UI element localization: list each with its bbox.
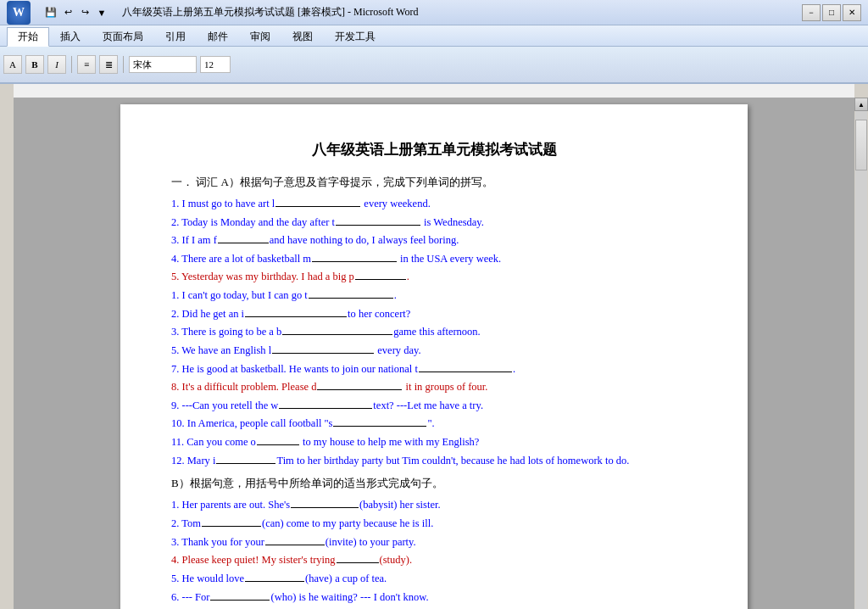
title-bar-left: W 💾 ↩ ↪ ▼ 八年级英语上册第五单元模拟考试试题 [兼容模式] - Mic… <box>7 1 418 25</box>
undo-icon[interactable]: ↩ <box>61 6 75 20</box>
blank <box>257 444 299 445</box>
tab-references[interactable]: 引用 <box>154 27 197 46</box>
item-2-9: 9. ---Can you retell the wtext? ---Let m… <box>171 397 697 415</box>
blank <box>202 526 261 527</box>
toolbar-sep-1 <box>71 56 72 73</box>
scroll-track[interactable] <box>855 111 867 609</box>
office-logo: W <box>7 1 31 25</box>
blank <box>245 316 347 317</box>
blank <box>275 206 360 207</box>
toolbar-btn-5[interactable]: ≣ <box>99 55 118 74</box>
toolbar-sep-2 <box>123 56 124 73</box>
toolbar-btn-4[interactable]: ≡ <box>77 55 96 74</box>
section2-header: B）根据句意，用括号中所给单词的适当形式完成句子。 <box>171 474 697 493</box>
blank <box>279 408 372 409</box>
blank <box>419 372 512 372</box>
item-1-5: 5. Yesterday was my birthday. I had a bi… <box>171 268 697 286</box>
blank <box>312 261 397 262</box>
blank <box>337 562 379 563</box>
h-ruler-inner <box>14 84 854 98</box>
vertical-ruler <box>0 84 14 609</box>
blank <box>291 507 359 508</box>
tab-developer[interactable]: 开发工具 <box>324 27 387 46</box>
document-page: 八年级英语上册第五单元模拟考试试题 一． 词汇 A）根据句子意思及首字母提示，完… <box>120 104 748 609</box>
qa-dropdown-icon[interactable]: ▼ <box>95 6 108 20</box>
blank <box>317 389 402 390</box>
item-b-5: 5. He would love(have) a cup of tea. <box>171 570 697 588</box>
toolbar-btn-1[interactable]: A <box>3 55 22 74</box>
item-b-2: 2. Tom(can) come to my party because he … <box>171 515 697 533</box>
scroll-thumb[interactable] <box>855 120 867 170</box>
blank <box>282 334 392 335</box>
item-2-7: 7. He is good at basketball. He wants to… <box>171 360 697 378</box>
tab-mailings[interactable]: 邮件 <box>197 27 239 46</box>
tab-review[interactable]: 审阅 <box>239 27 281 46</box>
item-2-12: 12. Mary iTim to her birthday party but … <box>171 452 697 470</box>
font-size-box[interactable]: 12 <box>200 56 231 73</box>
ribbon-tab-bar: 开始 插入 页面布局 引用 邮件 审阅 视图 开发工具 <box>0 25 868 46</box>
item-b-3: 3. Thank you for your(invite) to your pa… <box>171 534 697 551</box>
section1-header: 一． 词汇 A）根据句子意思及首字母提示，完成下列单词的拼写。 <box>171 173 697 192</box>
item-2-5: 5. We have an English l every day. <box>171 342 697 360</box>
blank <box>309 298 393 299</box>
content-wrapper: 八年级英语上册第五单元模拟考试试题 一． 词汇 A）根据句子意思及首字母提示，完… <box>0 84 868 609</box>
redo-icon[interactable]: ↪ <box>78 6 92 20</box>
blank <box>218 243 269 243</box>
item-b-1: 1. Her parents are out. She's(babysit) h… <box>171 496 697 514</box>
minimize-button[interactable]: － <box>802 4 821 21</box>
toolbar-btn-2[interactable]: B <box>25 55 44 74</box>
doc-scroll[interactable]: 八年级英语上册第五单元模拟考试试题 一． 词汇 A）根据句子意思及首字母提示，完… <box>14 98 854 609</box>
quick-access-toolbar: 💾 ↩ ↪ ▼ <box>37 3 115 22</box>
scroll-up-button[interactable]: ▲ <box>854 98 868 111</box>
vertical-scrollbar: ▲ ▼ <box>854 98 868 609</box>
blank <box>245 581 304 582</box>
toolbar-btn-3[interactable]: I <box>47 55 66 74</box>
blank <box>210 600 270 601</box>
item-2-1: 1. I can't go today, but I can go t. <box>171 287 697 304</box>
maximize-button[interactable]: □ <box>822 4 841 21</box>
ruler-corner <box>854 84 868 98</box>
tab-page-layout[interactable]: 页面布局 <box>92 27 154 46</box>
title-bar: W 💾 ↩ ↪ ▼ 八年级英语上册第五单元模拟考试试题 [兼容模式] - Mic… <box>0 0 868 25</box>
tab-view[interactable]: 视图 <box>281 27 324 46</box>
item-2-10: 10. In America, people call football "s"… <box>171 415 697 433</box>
doc-scroll-area: 八年级英语上册第五单元模拟考试试题 一． 词汇 A）根据句子意思及首字母提示，完… <box>14 98 868 609</box>
doc-title: 八年级英语上册第五单元模拟考试试题 <box>171 138 697 163</box>
tab-start[interactable]: 开始 <box>7 27 49 47</box>
ribbon: 开始 插入 页面布局 引用 邮件 审阅 视图 开发工具 <box>0 25 868 47</box>
blank <box>272 353 374 354</box>
document-area: 八年级英语上册第五单元模拟考试试题 一． 词汇 A）根据句子意思及首字母提示，完… <box>14 84 868 609</box>
item-2-11: 11. Can you come o to my house to help m… <box>171 433 697 451</box>
blank <box>216 463 275 464</box>
item-1-3: 3. If I am fand have nothing to do, I al… <box>171 232 697 249</box>
item-1-2: 2. Today is Monday and the day after t i… <box>171 214 697 232</box>
blank <box>355 279 406 280</box>
blank <box>265 545 325 545</box>
item-b-4: 4. Please keep quiet! My sister's trying… <box>171 551 697 569</box>
item-b-6: 6. --- For(who) is he waiting? --- I don… <box>171 589 697 606</box>
title-text: 八年级英语上册第五单元模拟考试试题 [兼容模式] - Microsoft Wor… <box>122 5 418 20</box>
item-1-1: 1. I must go to have art l every weekend… <box>171 195 697 213</box>
item-2-2: 2. Did he get an ito her concert? <box>171 305 697 323</box>
save-icon[interactable]: 💾 <box>44 6 58 20</box>
blank <box>336 225 420 226</box>
item-1-4: 4. There are a lot of basketball m in th… <box>171 250 697 268</box>
item-2-8: 8. It's a difficult problem. Please d it… <box>171 378 697 396</box>
blank <box>333 426 426 427</box>
tab-insert[interactable]: 插入 <box>49 27 92 46</box>
item-2-3: 3. There is going to be a bgame this aft… <box>171 323 697 341</box>
font-name-box[interactable]: 宋体 <box>129 56 197 73</box>
toolbar: A B I ≡ ≣ 宋体 12 <box>0 47 868 84</box>
window-buttons: － □ ✕ <box>802 4 861 21</box>
close-button[interactable]: ✕ <box>843 4 861 21</box>
horizontal-ruler <box>14 84 868 98</box>
